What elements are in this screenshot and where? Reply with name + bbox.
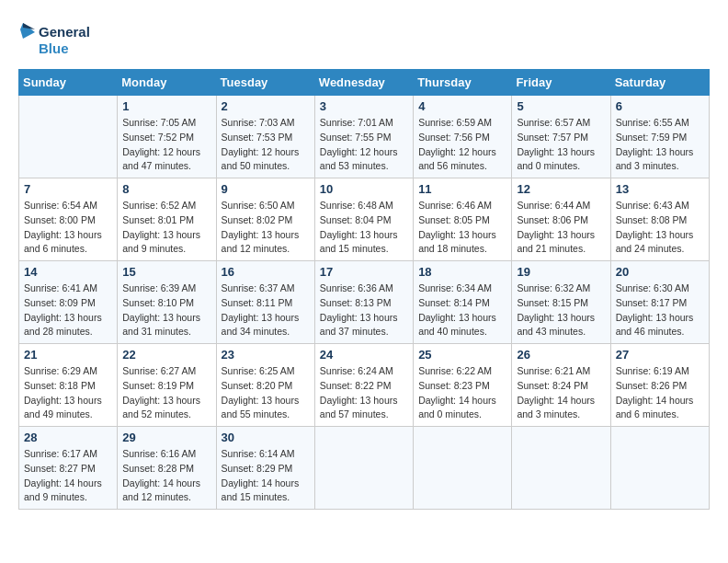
day-info: Sunrise: 6:52 AMSunset: 8:01 PMDaylight:… bbox=[122, 199, 210, 257]
day-number: 9 bbox=[222, 182, 310, 196]
day-number: 4 bbox=[418, 99, 506, 113]
calendar-cell: 1Sunrise: 7:05 AMSunset: 7:52 PMDaylight… bbox=[118, 96, 216, 178]
calendar-cell: 26Sunrise: 6:21 AMSunset: 8:24 PMDayligh… bbox=[512, 344, 610, 427]
day-number: 22 bbox=[122, 348, 210, 362]
svg-marker-2 bbox=[20, 23, 35, 39]
day-info: Sunrise: 6:14 AMSunset: 8:29 PMDaylight:… bbox=[222, 447, 310, 505]
day-number: 11 bbox=[418, 182, 506, 196]
day-number: 26 bbox=[517, 348, 605, 362]
day-number: 24 bbox=[320, 348, 408, 362]
day-info: Sunrise: 6:36 AMSunset: 8:13 PMDaylight:… bbox=[320, 282, 408, 339]
svg-text:General: General bbox=[39, 24, 90, 40]
calendar-cell: 16Sunrise: 6:37 AMSunset: 8:11 PMDayligh… bbox=[216, 261, 314, 344]
calendar-cell: 3Sunrise: 7:01 AMSunset: 7:55 PMDaylight… bbox=[314, 96, 413, 178]
day-number: 16 bbox=[222, 265, 310, 279]
calendar-cell: 5Sunrise: 6:57 AMSunset: 7:57 PMDaylight… bbox=[512, 96, 610, 178]
calendar-cell: 11Sunrise: 6:46 AMSunset: 8:05 PMDayligh… bbox=[414, 178, 512, 261]
day-info: Sunrise: 7:05 AMSunset: 7:52 PMDaylight:… bbox=[122, 116, 210, 174]
calendar-header-row: SundayMondayTuesdayWednesdayThursdayFrid… bbox=[19, 70, 710, 96]
calendar-week-2: 7Sunrise: 6:54 AMSunset: 8:00 PMDaylight… bbox=[19, 178, 710, 261]
calendar-cell: 21Sunrise: 6:29 AMSunset: 8:18 PMDayligh… bbox=[19, 344, 118, 427]
calendar-cell: 14Sunrise: 6:41 AMSunset: 8:09 PMDayligh… bbox=[19, 261, 118, 344]
calendar-cell: 10Sunrise: 6:48 AMSunset: 8:04 PMDayligh… bbox=[314, 178, 413, 261]
day-info: Sunrise: 6:27 AMSunset: 8:19 PMDaylight:… bbox=[122, 364, 210, 422]
day-number: 12 bbox=[517, 182, 605, 196]
day-info: Sunrise: 6:16 AMSunset: 8:28 PMDaylight:… bbox=[122, 447, 210, 505]
logo: GeneralBlue bbox=[18, 18, 92, 60]
day-info: Sunrise: 6:50 AMSunset: 8:02 PMDaylight:… bbox=[222, 199, 310, 257]
day-info: Sunrise: 6:22 AMSunset: 8:23 PMDaylight:… bbox=[418, 364, 506, 422]
day-info: Sunrise: 6:43 AMSunset: 8:08 PMDaylight:… bbox=[616, 199, 704, 257]
calendar-cell: 6Sunrise: 6:55 AMSunset: 7:59 PMDaylight… bbox=[610, 96, 709, 178]
day-info: Sunrise: 6:30 AMSunset: 8:17 PMDaylight:… bbox=[616, 282, 704, 339]
calendar-cell: 18Sunrise: 6:34 AMSunset: 8:14 PMDayligh… bbox=[414, 261, 512, 344]
day-info: Sunrise: 6:48 AMSunset: 8:04 PMDaylight:… bbox=[320, 199, 408, 257]
calendar-cell: 22Sunrise: 6:27 AMSunset: 8:19 PMDayligh… bbox=[118, 344, 216, 427]
calendar-cell: 17Sunrise: 6:36 AMSunset: 8:13 PMDayligh… bbox=[314, 261, 413, 344]
day-info: Sunrise: 6:21 AMSunset: 8:24 PMDaylight:… bbox=[517, 364, 605, 422]
day-info: Sunrise: 6:59 AMSunset: 7:56 PMDaylight:… bbox=[418, 116, 506, 174]
day-number: 27 bbox=[616, 348, 704, 362]
header-day-sunday: Sunday bbox=[19, 70, 118, 96]
day-number: 25 bbox=[418, 348, 506, 362]
day-number: 28 bbox=[24, 431, 112, 444]
calendar-cell bbox=[512, 427, 610, 510]
logo-icon: GeneralBlue bbox=[18, 18, 92, 60]
calendar-cell bbox=[414, 427, 512, 510]
calendar-cell: 15Sunrise: 6:39 AMSunset: 8:10 PMDayligh… bbox=[118, 261, 216, 344]
header: GeneralBlue bbox=[18, 18, 710, 60]
calendar-cell: 30Sunrise: 6:14 AMSunset: 8:29 PMDayligh… bbox=[216, 427, 314, 510]
day-info: Sunrise: 6:25 AMSunset: 8:20 PMDaylight:… bbox=[222, 364, 310, 422]
day-number: 15 bbox=[122, 265, 210, 279]
calendar-cell: 29Sunrise: 6:16 AMSunset: 8:28 PMDayligh… bbox=[118, 427, 216, 510]
day-number: 18 bbox=[418, 265, 506, 279]
calendar-cell: 24Sunrise: 6:24 AMSunset: 8:22 PMDayligh… bbox=[314, 344, 413, 427]
header-day-tuesday: Tuesday bbox=[216, 70, 314, 96]
day-number: 8 bbox=[122, 182, 210, 196]
calendar-week-3: 14Sunrise: 6:41 AMSunset: 8:09 PMDayligh… bbox=[19, 261, 710, 344]
calendar-cell: 7Sunrise: 6:54 AMSunset: 8:00 PMDaylight… bbox=[19, 178, 118, 261]
day-info: Sunrise: 6:44 AMSunset: 8:06 PMDaylight:… bbox=[517, 199, 605, 257]
calendar-cell bbox=[314, 427, 413, 510]
calendar-cell: 4Sunrise: 6:59 AMSunset: 7:56 PMDaylight… bbox=[414, 96, 512, 178]
day-number: 21 bbox=[24, 348, 112, 362]
calendar-week-4: 21Sunrise: 6:29 AMSunset: 8:18 PMDayligh… bbox=[19, 344, 710, 427]
day-number: 3 bbox=[320, 99, 408, 113]
day-number: 23 bbox=[222, 348, 310, 362]
day-info: Sunrise: 6:46 AMSunset: 8:05 PMDaylight:… bbox=[418, 199, 506, 257]
calendar-cell: 9Sunrise: 6:50 AMSunset: 8:02 PMDaylight… bbox=[216, 178, 314, 261]
calendar-cell: 2Sunrise: 7:03 AMSunset: 7:53 PMDaylight… bbox=[216, 96, 314, 178]
day-info: Sunrise: 6:19 AMSunset: 8:26 PMDaylight:… bbox=[616, 364, 704, 422]
day-info: Sunrise: 6:39 AMSunset: 8:10 PMDaylight:… bbox=[122, 282, 210, 339]
calendar-cell: 25Sunrise: 6:22 AMSunset: 8:23 PMDayligh… bbox=[414, 344, 512, 427]
day-number: 7 bbox=[24, 182, 112, 196]
calendar-cell: 13Sunrise: 6:43 AMSunset: 8:08 PMDayligh… bbox=[610, 178, 709, 261]
header-day-wednesday: Wednesday bbox=[314, 70, 413, 96]
day-info: Sunrise: 6:37 AMSunset: 8:11 PMDaylight:… bbox=[222, 282, 310, 339]
day-info: Sunrise: 6:34 AMSunset: 8:14 PMDaylight:… bbox=[418, 282, 506, 339]
day-info: Sunrise: 6:54 AMSunset: 8:00 PMDaylight:… bbox=[24, 199, 112, 257]
header-day-thursday: Thursday bbox=[414, 70, 512, 96]
header-day-saturday: Saturday bbox=[610, 70, 709, 96]
header-day-monday: Monday bbox=[118, 70, 216, 96]
calendar-table: SundayMondayTuesdayWednesdayThursdayFrid… bbox=[18, 69, 710, 510]
day-info: Sunrise: 7:01 AMSunset: 7:55 PMDaylight:… bbox=[320, 116, 408, 174]
day-info: Sunrise: 6:57 AMSunset: 7:57 PMDaylight:… bbox=[517, 116, 605, 174]
calendar-cell: 12Sunrise: 6:44 AMSunset: 8:06 PMDayligh… bbox=[512, 178, 610, 261]
day-info: Sunrise: 7:03 AMSunset: 7:53 PMDaylight:… bbox=[222, 116, 310, 174]
calendar-cell: 20Sunrise: 6:30 AMSunset: 8:17 PMDayligh… bbox=[610, 261, 709, 344]
calendar-cell bbox=[19, 96, 118, 178]
calendar-week-5: 28Sunrise: 6:17 AMSunset: 8:27 PMDayligh… bbox=[19, 427, 710, 510]
day-number: 1 bbox=[122, 99, 210, 113]
day-info: Sunrise: 6:32 AMSunset: 8:15 PMDaylight:… bbox=[517, 282, 605, 339]
calendar-cell: 23Sunrise: 6:25 AMSunset: 8:20 PMDayligh… bbox=[216, 344, 314, 427]
calendar-cell: 27Sunrise: 6:19 AMSunset: 8:26 PMDayligh… bbox=[610, 344, 709, 427]
day-info: Sunrise: 6:17 AMSunset: 8:27 PMDaylight:… bbox=[24, 447, 112, 505]
day-number: 13 bbox=[616, 182, 704, 196]
calendar-week-1: 1Sunrise: 7:05 AMSunset: 7:52 PMDaylight… bbox=[19, 96, 710, 178]
day-number: 30 bbox=[222, 431, 310, 444]
day-number: 17 bbox=[320, 265, 408, 279]
day-number: 2 bbox=[222, 99, 310, 113]
calendar-cell: 28Sunrise: 6:17 AMSunset: 8:27 PMDayligh… bbox=[19, 427, 118, 510]
calendar-cell bbox=[610, 427, 709, 510]
